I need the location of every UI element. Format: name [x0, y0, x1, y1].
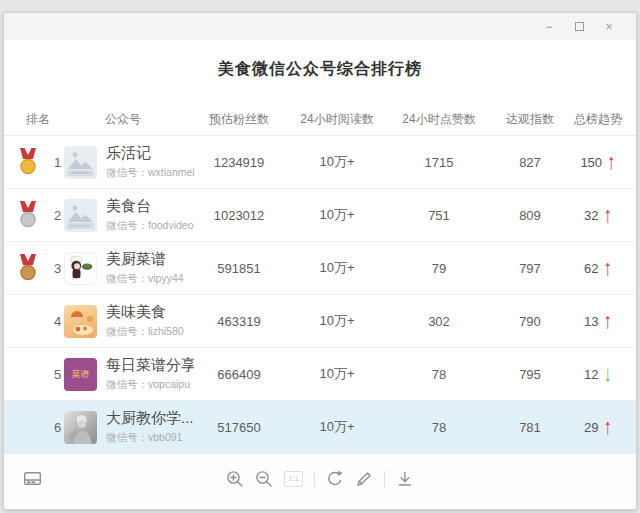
zoom-out-icon[interactable]	[255, 470, 273, 488]
account-name: 乐活记	[106, 144, 194, 163]
rank-number: 6	[54, 420, 61, 435]
index-value: 790	[488, 314, 572, 329]
fans-count: 1234919	[194, 155, 284, 170]
ratio-1-1-button[interactable]: 1:1	[284, 471, 303, 487]
table-row[interactable]: 4 美味美食 微信号：lizhi580 463319 10万+ 302 790 …	[4, 295, 636, 348]
table-row[interactable]: 3 美厨菜谱 微信号：vipyy44 591851 10万+ 79 797 62…	[4, 242, 636, 295]
chef-cartoon-avatar	[64, 252, 97, 285]
computer-icon[interactable]	[23, 471, 42, 487]
account-name: 美食台	[106, 197, 194, 216]
account-name: 美厨菜谱	[106, 250, 184, 269]
reads-count: 10万+	[284, 365, 390, 383]
index-value: 797	[488, 261, 572, 276]
trend-up-arrow-icon: ↑	[603, 255, 612, 281]
header-reads: 24小时阅读数	[284, 111, 390, 128]
rank-number: 2	[54, 208, 61, 223]
header-fans: 预估粉丝数	[194, 111, 284, 128]
avatar-logo-text: 菜谱	[72, 370, 90, 379]
purple-logo-avatar: 菜谱	[64, 358, 97, 391]
reads-count: 10万+	[284, 418, 390, 436]
fans-count: 463319	[194, 314, 284, 329]
likes-count: 78	[390, 420, 488, 435]
reads-count: 10万+	[284, 259, 390, 277]
header-rank: 排名	[18, 111, 64, 128]
image-placeholder-icon	[64, 146, 97, 179]
table-row[interactable]: 5 菜谱 每日菜谱分享 微信号：vopcaipu 666409 10万+ 78 …	[4, 348, 636, 401]
rank-number: 1	[54, 155, 61, 170]
reads-count: 10万+	[284, 153, 390, 171]
trend-value: 29	[584, 420, 598, 435]
medal-silver-icon	[18, 201, 38, 229]
page-title: 美食微信公众号综合排行榜	[4, 59, 636, 80]
fans-count: 591851	[194, 261, 284, 276]
likes-count: 79	[390, 261, 488, 276]
header-trend: 总榜趋势	[572, 111, 624, 128]
index-value: 809	[488, 208, 572, 223]
viewer-toolbar: 1:1	[4, 454, 636, 503]
download-icon[interactable]	[396, 470, 414, 488]
likes-count: 78	[390, 367, 488, 382]
fans-count: 517650	[194, 420, 284, 435]
maximize-button[interactable]	[564, 17, 594, 37]
account-wechat-id: 微信号：vipyy44	[106, 272, 184, 286]
table-row-selected[interactable]: 6 大厨教你学... 微信号：vbb091 517650 10万+ 78 781…	[4, 401, 636, 454]
index-value: 781	[488, 420, 572, 435]
fans-count: 1023012	[194, 208, 284, 223]
trend-value: 12	[584, 367, 598, 382]
rank-number: 3	[54, 261, 61, 276]
window-titlebar: − ×	[4, 13, 636, 40]
likes-count: 751	[390, 208, 488, 223]
rotate-icon[interactable]	[326, 470, 344, 488]
index-value: 795	[488, 367, 572, 382]
zoom-in-icon[interactable]	[226, 470, 244, 488]
trend-value: 32	[584, 208, 598, 223]
close-button[interactable]: ×	[594, 17, 624, 37]
app-window: − × 美食微信公众号综合排行榜 排名 公众号 预估粉丝数 24小时阅读数 24…	[3, 12, 637, 510]
image-placeholder-icon	[64, 199, 97, 232]
pencil-icon[interactable]	[355, 470, 373, 488]
header-likes: 24小时点赞数	[390, 111, 488, 128]
table-row[interactable]: 2 美食台 微信号：foodvideo 1023012 10万+ 751 809…	[4, 189, 636, 242]
ranking-table: 排名 公众号 预估粉丝数 24小时阅读数 24小时点赞数 达观指数 总榜趋势 1…	[4, 103, 636, 454]
account-name: 美味美食	[106, 303, 184, 322]
trend-value: 13	[584, 314, 598, 329]
trend-value: 150	[580, 155, 602, 170]
account-wechat-id: 微信号：lizhi580	[106, 325, 184, 339]
rank-number: 4	[54, 314, 61, 329]
trend-value: 62	[584, 261, 598, 276]
account-wechat-id: 微信号：vbb091	[106, 431, 194, 445]
medal-bronze-icon	[18, 254, 38, 282]
table-row[interactable]: 1 乐活记 微信号：wxtianmei 1234919 10万+ 1715 82…	[4, 136, 636, 189]
account-wechat-id: 微信号：vopcaipu	[106, 378, 194, 392]
medal-gold-icon	[18, 148, 38, 176]
maximize-icon	[575, 22, 584, 31]
food-cartoon-avatar	[64, 305, 97, 338]
reads-count: 10万+	[284, 312, 390, 330]
account-wechat-id: 微信号：wxtianmei	[106, 166, 195, 180]
account-name: 大厨教你学...	[106, 409, 194, 428]
toolbar-separator	[314, 471, 315, 487]
chef-photo-avatar	[64, 411, 97, 444]
trend-up-arrow-icon: ↑	[603, 308, 612, 334]
trend-up-arrow-icon: ↑	[607, 149, 616, 175]
account-wechat-id: 微信号：foodvideo	[106, 219, 194, 233]
index-value: 827	[488, 155, 572, 170]
header-index: 达观指数	[488, 111, 572, 128]
header-account: 公众号	[64, 111, 194, 128]
minimize-button[interactable]: −	[534, 17, 564, 37]
trend-down-arrow-icon: ↓	[603, 361, 612, 387]
reads-count: 10万+	[284, 206, 390, 224]
likes-count: 302	[390, 314, 488, 329]
fans-count: 666409	[194, 367, 284, 382]
trend-up-arrow-icon: ↑	[603, 414, 612, 440]
trend-up-arrow-icon: ↑	[603, 202, 612, 228]
rank-number: 5	[54, 367, 61, 382]
account-name: 每日菜谱分享	[106, 356, 194, 375]
likes-count: 1715	[390, 155, 488, 170]
toolbar-separator	[384, 471, 385, 487]
table-header-row: 排名 公众号 预估粉丝数 24小时阅读数 24小时点赞数 达观指数 总榜趋势	[4, 103, 636, 136]
